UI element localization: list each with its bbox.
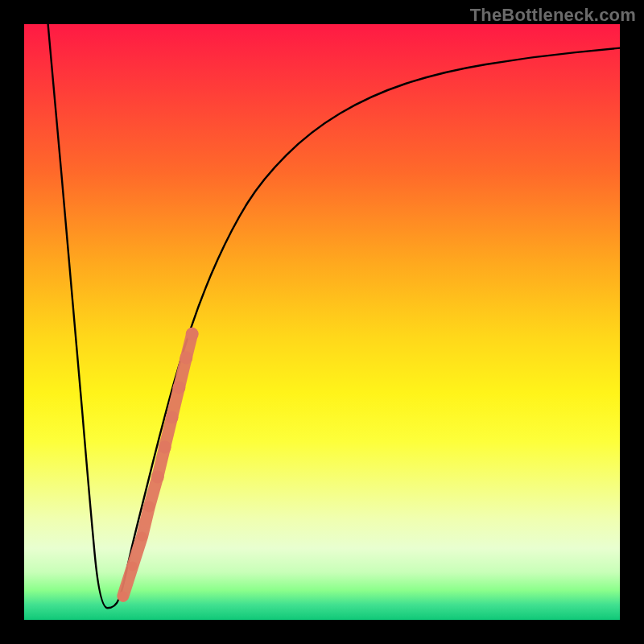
marker-dot: [166, 411, 179, 423]
marker-dot: [159, 440, 171, 453]
marker-dot: [180, 351, 192, 364]
marker-dot: [138, 531, 147, 541]
marker-band-stroke: [123, 334, 192, 597]
marker-series: [118, 328, 199, 601]
chart-frame: TheBottleneck.com: [0, 0, 644, 644]
curve-path: [48, 24, 620, 608]
marker-dot: [118, 591, 128, 601]
watermark-text: TheBottleneck.com: [470, 5, 636, 26]
marker-dot: [143, 501, 155, 512]
marker-dot: [186, 328, 199, 341]
chart-svg: [24, 24, 620, 620]
marker-dot: [128, 561, 138, 571]
marker-dot: [172, 381, 185, 394]
marker-dot: [151, 470, 164, 483]
plot-area: [24, 24, 620, 620]
curve-series: [48, 24, 620, 608]
